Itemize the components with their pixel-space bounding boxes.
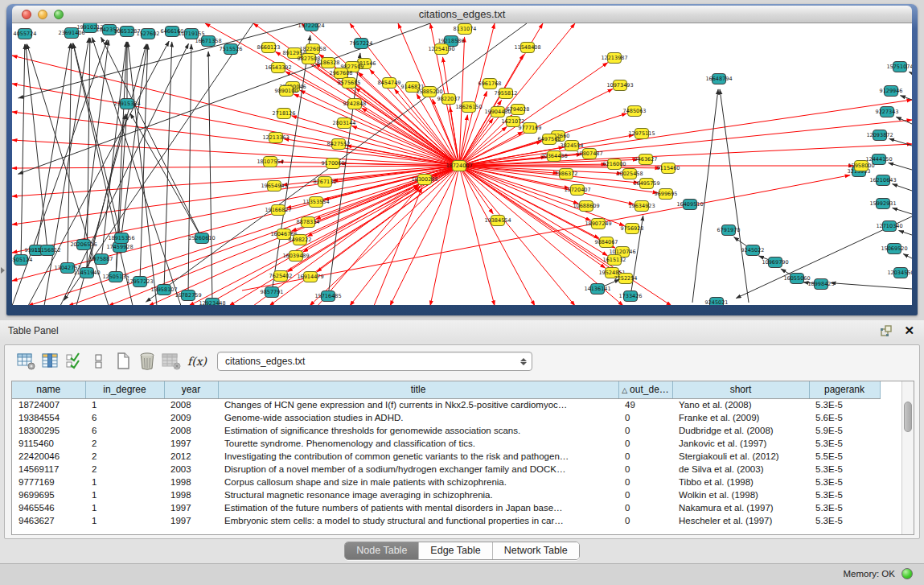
black-edge[interactable]	[720, 89, 749, 303]
network-node[interactable]: 15751074	[886, 62, 912, 72]
column-header-pagerank[interactable]: pagerank	[809, 381, 880, 398]
black-edge[interactable]	[831, 283, 912, 289]
network-node[interactable]: 9115460	[657, 163, 680, 174]
network-node[interactable]: 7252254	[614, 274, 638, 284]
minimize-window-button[interactable]	[38, 10, 47, 19]
network-node[interactable]: 15069520	[881, 244, 907, 254]
red-edge[interactable]	[253, 185, 419, 305]
table-row[interactable]: 1872400712008Changes of HCN gene express…	[12, 398, 880, 411]
select-columns-button[interactable]	[63, 350, 87, 373]
table-row[interactable]: 969969511998Structural magnetic resonanc…	[12, 488, 880, 501]
network-node[interactable]: 6791970	[717, 225, 741, 236]
table-scrollbar-thumb[interactable]	[904, 402, 912, 432]
network-node[interactable]: 9975887	[90, 254, 113, 265]
red-edge[interactable]	[459, 166, 535, 305]
network-node[interactable]: 17957223	[126, 277, 153, 287]
red-edge[interactable]	[351, 126, 459, 166]
column-header-short[interactable]: short	[672, 381, 809, 398]
network-node[interactable]: 2803144	[333, 118, 356, 129]
black-edge[interactable]	[909, 72, 912, 73]
network-node[interactable]: 9575685	[338, 78, 361, 89]
red-edge[interactable]	[12, 166, 459, 168]
red-edge[interactable]	[459, 166, 634, 204]
network-node[interactable]: 9129946	[880, 86, 903, 97]
show-columns-button[interactable]	[39, 350, 63, 373]
network-node[interactable]: 9822037	[437, 94, 461, 105]
network-node[interactable]: 16671358	[195, 36, 221, 47]
table-row[interactable]: 1456911722003Disruption of a novel membe…	[12, 463, 880, 476]
network-node[interactable]: 8267130	[314, 177, 337, 187]
network-node[interactable]: 12213363	[262, 133, 289, 143]
panel-collapse-arrow[interactable]	[1, 267, 5, 274]
network-node[interactable]: 9857791	[261, 287, 284, 298]
table-selector[interactable]: citations_edges.txt	[217, 352, 532, 371]
table-row[interactable]: 977716911998Corpus callosum shape and si…	[12, 476, 880, 488]
red-edge[interactable]	[318, 187, 420, 305]
black-edge[interactable]	[120, 44, 147, 247]
network-node[interactable]: 1527602	[137, 29, 160, 39]
network-node[interactable]: 12254190	[428, 44, 454, 55]
network-node[interactable]: 18907249	[585, 219, 611, 229]
network-node[interactable]: 10969790	[762, 257, 788, 268]
table-row[interactable]: 2242004622012Investigating the contribut…	[12, 450, 880, 463]
network-node[interactable]: 9170060	[322, 159, 345, 169]
float-panel-icon[interactable]	[880, 324, 893, 337]
network-node[interactable]: 7485063	[623, 106, 647, 117]
network-node[interactable]: 12923448	[199, 299, 225, 306]
red-edge[interactable]	[310, 166, 459, 305]
zoom-window-button[interactable]	[54, 10, 64, 19]
row-height-button[interactable]	[87, 350, 111, 373]
red-edge[interactable]	[459, 144, 912, 166]
network-node[interactable]: 12213987	[601, 53, 627, 64]
black-edge[interactable]	[188, 44, 191, 295]
table-row[interactable]: 946554611997Estimation of the future num…	[12, 501, 880, 514]
network-node[interactable]: 7955812	[495, 89, 518, 99]
network-node[interactable]: 1615132	[603, 255, 626, 266]
network-node[interactable]: 10025458	[616, 169, 643, 179]
network-node[interactable]: 10807487	[576, 149, 602, 159]
table-row[interactable]: 1830029562008Estimation of significance …	[12, 424, 880, 437]
network-node[interactable]: 12710340	[876, 221, 902, 232]
network-node[interactable]: 9699695	[655, 189, 678, 200]
black-edge[interactable]	[903, 254, 912, 258]
network-node[interactable]: 8427552	[327, 139, 351, 150]
network-node[interactable]: 16648794	[705, 74, 732, 84]
black-edge[interactable]	[893, 208, 912, 214]
network-node[interactable]: 19654943	[261, 181, 287, 192]
network-node[interactable]: 2967608	[330, 68, 353, 79]
column-header-name[interactable]: name	[12, 381, 85, 398]
tab-edge-table[interactable]: Edge Table	[419, 542, 492, 559]
network-node[interactable]: 18998423	[807, 279, 834, 290]
network-canvas[interactable]: 4055724236914061991021218423520106532871…	[12, 23, 912, 305]
column-header-in-degree[interactable]: in_degree	[85, 381, 164, 398]
network-node[interactable]: 16914479	[297, 272, 323, 282]
network-node[interactable]: 8131074	[454, 24, 477, 35]
network-node[interactable]: 9227343	[876, 107, 899, 117]
network-node[interactable]: 19166827	[265, 205, 291, 216]
column-header-title[interactable]: title	[218, 381, 618, 398]
network-node[interactable]: 13958107	[150, 285, 177, 295]
black-edge[interactable]	[901, 96, 912, 100]
column-header-year[interactable]: year	[164, 381, 218, 398]
function-builder-button[interactable]: f(x)	[183, 355, 211, 368]
network-node[interactable]: 8454749	[378, 78, 401, 89]
network-node[interactable]: 20364436	[540, 151, 567, 162]
network-node[interactable]: 8660123	[257, 43, 281, 53]
delete-columns-button[interactable]	[135, 350, 159, 373]
network-node[interactable]: 10688609	[573, 201, 599, 212]
network-node[interactable]: 8505124	[12, 255, 32, 266]
network-node[interactable]: 15716485	[314, 291, 341, 302]
red-edge[interactable]	[12, 140, 459, 166]
black-edge[interactable]	[21, 44, 25, 260]
red-edge[interactable]	[284, 139, 459, 166]
network-node[interactable]: 1733426	[619, 291, 643, 302]
tab-network-table[interactable]: Network Table	[493, 542, 579, 559]
network-node[interactable]: 6497568	[538, 134, 561, 145]
network-node[interactable]: 6961768	[478, 79, 502, 89]
delete-table-button[interactable]	[159, 350, 183, 373]
black-edge[interactable]	[101, 37, 202, 238]
table-row[interactable]: 1938455462009Genome-wide association stu…	[12, 411, 880, 424]
network-node[interactable]: 7986372	[555, 169, 578, 179]
network-node[interactable]: 11451940	[73, 268, 100, 278]
network-node[interactable]: 12034550	[887, 268, 912, 278]
